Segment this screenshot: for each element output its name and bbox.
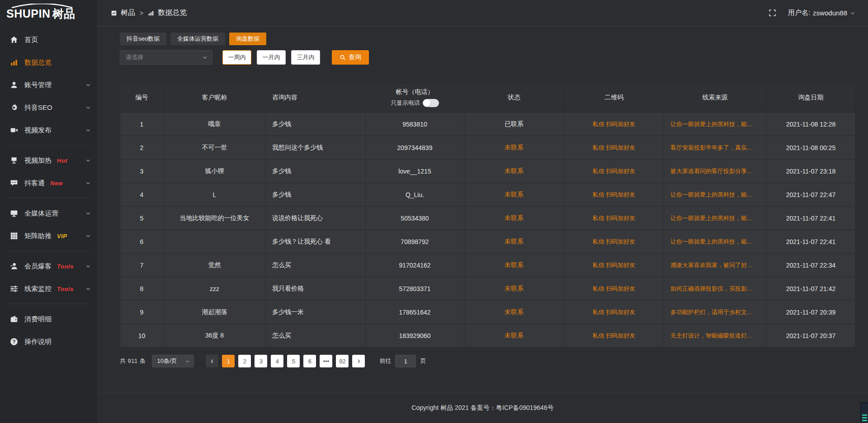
cell-date: 2021-11-08 12:28: [766, 113, 855, 136]
sidebar-item-account-management[interactable]: 账号管理: [0, 74, 97, 96]
table-header: 编号 客户昵称 咨询内容 帐号（电话） 只显示电话 状态 二维码 线索来源 询盘…: [120, 83, 855, 112]
select-placeholder: 请选择: [126, 53, 143, 61]
chevron-down-icon: [202, 55, 208, 60]
cell-account: 178651642: [366, 301, 464, 324]
cell-id: 6: [120, 230, 164, 253]
cell-status: 未联系: [464, 136, 564, 159]
cell-source-link[interactable]: 感谢大家喜欢我家，被问了好...: [664, 254, 766, 277]
cell-status: 未联系: [464, 183, 564, 206]
cell-qrcode-links[interactable]: 私信 扫码加好友: [564, 277, 664, 300]
cell-source-link[interactable]: 被大家追着问的客厅投影分享...: [664, 160, 766, 183]
tab-inquiry-data[interactable]: 询盘数据: [229, 33, 266, 45]
prev-page-button[interactable]: [206, 355, 218, 367]
chart-icon: [10, 58, 18, 66]
breadcrumb-home[interactable]: 树品: [121, 8, 135, 18]
sidebar-item-instructions[interactable]: ?操作说明: [0, 330, 97, 353]
tab-douyin-seo-data[interactable]: 抖音seo数据: [120, 33, 166, 45]
cell-id: 7: [120, 254, 164, 277]
cell-source-link[interactable]: 让你一眼就爱上的黑科技，能...: [664, 207, 766, 230]
sidebar-menu: 首页数据总览账号管理抖音SEO视频发布视频加热Hot抖客通New全媒体运营矩阵助…: [0, 26, 97, 353]
cell-source-link[interactable]: 多功能护栏灯，适用于乡村文...: [664, 301, 766, 324]
range-button-1[interactable]: 一月内: [257, 50, 286, 65]
page-size-select[interactable]: 10条/页: [152, 355, 194, 367]
cell-source-link[interactable]: 让你一眼就爱上的黑科技，能...: [664, 113, 766, 136]
table-row: 10 36度 8 怎么买 183929060 未联系 私信 扫码加好友 无主灯设…: [120, 324, 855, 347]
sidebar-item-home[interactable]: 首页: [0, 28, 97, 51]
sidebar-item-spending-details[interactable]: 消费明细: [0, 308, 97, 330]
col-header-account: 帐号（电话） 只显示电话: [366, 83, 464, 112]
sidebar-item-douyin-seo[interactable]: 抖音SEO: [0, 96, 97, 119]
sidebar-item-label: 会员爆客: [24, 262, 52, 271]
page-button-4[interactable]: 4: [271, 355, 283, 367]
page-button-92[interactable]: 92: [336, 355, 349, 367]
cell-nickname: 不可一世: [164, 136, 266, 159]
cell-content: 怎么买: [266, 324, 366, 347]
cell-content: 多少钱: [266, 183, 366, 206]
cell-id: 2: [120, 136, 164, 159]
cell-source-link[interactable]: 让你一眼就爱上的黑科技，能...: [664, 183, 766, 206]
col-header-source: 线索来源: [664, 83, 766, 112]
page-button-3[interactable]: 3: [255, 355, 267, 367]
cell-source-link[interactable]: 无主灯设计，智能磁吸轨道灯...: [664, 324, 766, 347]
sidebar-item-label: 抖客通: [24, 179, 45, 188]
sidebar-item-badge: VIP: [57, 233, 67, 240]
cell-qrcode-links[interactable]: 私信 扫码加好友: [564, 254, 664, 277]
cell-qrcode-links[interactable]: 私信 扫码加好友: [564, 183, 664, 206]
sidebar-item-douketong[interactable]: 抖客通New: [0, 172, 97, 194]
cell-content: 说说价格让我死心: [266, 207, 366, 230]
cell-qrcode-links[interactable]: 私信 扫码加好友: [564, 207, 664, 230]
topbar: 树品 > 数据总览 用户名: zswodun88: [97, 0, 868, 26]
goto-page-input[interactable]: [395, 355, 416, 367]
more-pages-button[interactable]: •••: [320, 355, 332, 367]
cell-nickname: zzz: [164, 277, 266, 300]
cell-qrcode-links[interactable]: 私信 扫码加好友: [564, 230, 664, 253]
fullscreen-icon[interactable]: [769, 9, 776, 17]
chevron-down-icon: [185, 359, 190, 364]
table-body: 1 哦章 多少钱 9583810 已联系 私信 扫码加好友 让你一眼就爱上的黑科…: [120, 112, 855, 347]
cell-qrcode-links[interactable]: 私信 扫码加好友: [564, 301, 664, 324]
tab-omni-media-data[interactable]: 全媒体运营数据: [170, 33, 225, 45]
query-button[interactable]: 查询: [332, 50, 369, 65]
page-button-5[interactable]: 5: [287, 355, 300, 367]
cell-source-link[interactable]: 如何正确选择投影仪，买投影...: [664, 277, 766, 300]
cell-account: Q_Liu.: [366, 183, 464, 206]
col-header-date: 询盘日期: [766, 83, 855, 112]
range-button-0[interactable]: 一周内: [222, 50, 251, 65]
user-menu[interactable]: 用户名: zswodun88: [788, 9, 855, 17]
sidebar-item-member-leads[interactable]: 会员爆客Tools: [0, 255, 97, 277]
chevron-down-icon: [85, 82, 91, 88]
page-button-2[interactable]: 2: [238, 355, 251, 367]
page-size-value: 10条/页: [157, 357, 177, 365]
sidebar-item-lead-monitor[interactable]: 线索监控Tools: [0, 277, 97, 300]
cell-source-link[interactable]: 让你一眼就爱上的黑科技，能...: [664, 230, 766, 253]
cell-date: 2021-11-07 22:34: [766, 254, 855, 277]
breadcrumb-chart-icon: [148, 10, 154, 16]
date-range-buttons: 一周内一月内三月内: [222, 50, 321, 65]
cell-date: 2021-11-07 22:47: [766, 183, 855, 206]
sidebar-divider: [6, 198, 91, 198]
cell-date: 2021-11-07 21:42: [766, 277, 855, 300]
cell-qrcode-links[interactable]: 私信 扫码加好友: [564, 113, 664, 136]
sidebar-item-video-publish[interactable]: 视频发布: [0, 119, 97, 141]
account-select[interactable]: 请选择: [120, 50, 212, 65]
sidebar-item-omni-media[interactable]: 全媒体运营: [0, 202, 97, 225]
page-button-6[interactable]: 6: [303, 355, 316, 367]
col-header-qrcode: 二维码: [564, 83, 664, 112]
phone-only-toggle[interactable]: [423, 99, 439, 107]
cell-status: 未联系: [464, 324, 564, 347]
cell-qrcode-links[interactable]: 私信 扫码加好友: [564, 160, 664, 183]
sidebar-item-data-overview[interactable]: 数据总览: [0, 51, 97, 74]
cell-nickname: [164, 230, 266, 253]
cell-qrcode-links[interactable]: 私信 扫码加好友: [564, 136, 664, 159]
range-button-2[interactable]: 三月内: [291, 50, 320, 65]
next-page-button[interactable]: [352, 355, 365, 367]
sidebar-item-matrix-boost[interactable]: 矩阵助推VIP: [0, 225, 97, 247]
sidebar-item-label: 线索监控: [24, 285, 52, 293]
cell-qrcode-links[interactable]: 私信 扫码加好友: [564, 324, 664, 347]
pagination: 共 911 条 10条/页 123456•••92 前往 页: [120, 355, 856, 367]
sidebar-item-video-heating[interactable]: 视频加热Hot: [0, 149, 97, 172]
page-button-1[interactable]: 1: [222, 355, 235, 367]
sidebar-divider: [6, 145, 91, 146]
floating-widget-partial[interactable]: [860, 402, 868, 423]
cell-source-link[interactable]: 客厅安装投影半年多了，真实...: [664, 136, 766, 159]
